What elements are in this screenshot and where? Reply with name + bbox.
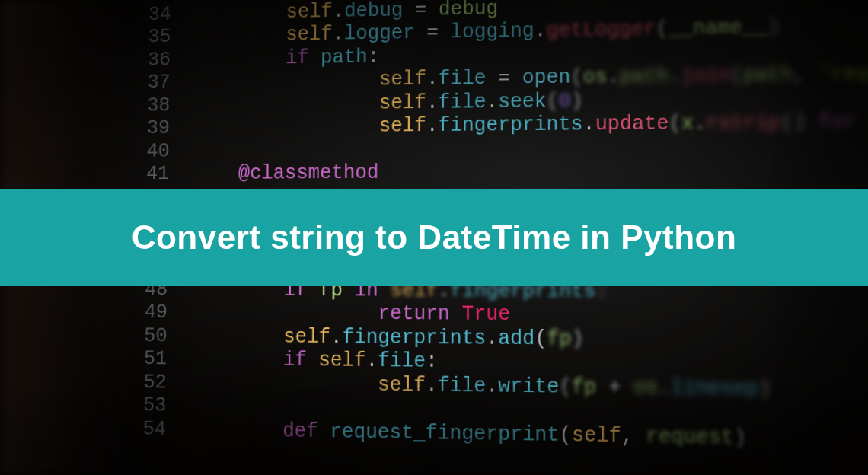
code-line: @classmethod: [192, 158, 868, 185]
banner-title-text: Convert string to DateTime in Python: [132, 218, 737, 257]
title-banner: Convert string to DateTime in Python: [0, 189, 868, 286]
